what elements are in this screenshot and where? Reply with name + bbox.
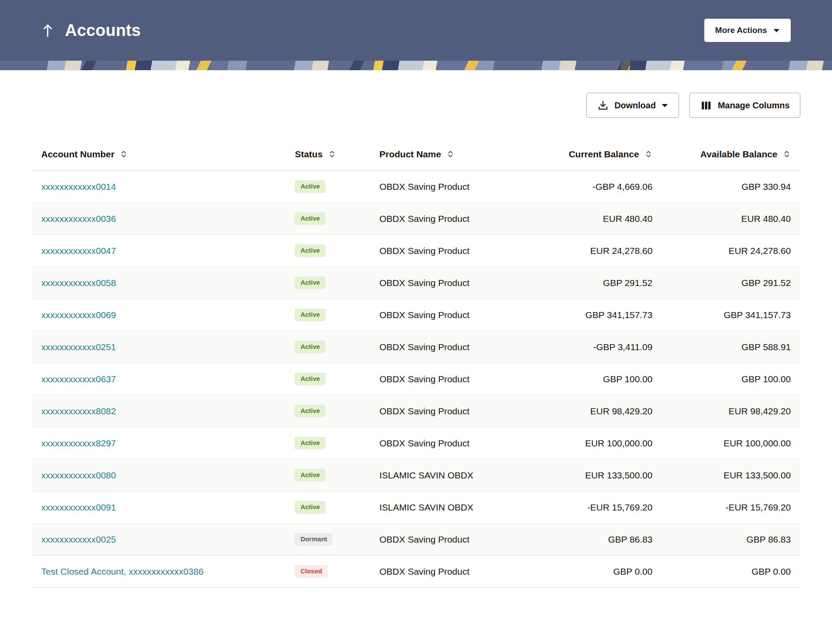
more-actions-button[interactable]: More Actions <box>704 19 791 42</box>
account-number-link[interactable]: xxxxxxxxxxxx0091 <box>41 502 116 512</box>
status-badge: Dormant <box>295 533 333 546</box>
account-number-link[interactable]: xxxxxxxxxxxx0080 <box>41 470 116 480</box>
status-cell: Active <box>285 276 370 289</box>
table-row: xxxxxxxxxxxx0036 Active OBDX Saving Prod… <box>32 203 800 235</box>
account-number-link[interactable]: xxxxxxxxxxxx0036 <box>41 214 116 224</box>
table-row: xxxxxxxxxxxx8082 Active OBDX Saving Prod… <box>32 395 800 427</box>
available-balance: GBP 341,157.73 <box>662 310 800 320</box>
product-name: ISLAMIC SAVIN OBDX <box>370 502 539 513</box>
status-cell: Active <box>285 212 370 225</box>
product-name: OBDX Saving Product <box>370 278 539 288</box>
content: Download Manage Columns Account Number <box>0 93 832 588</box>
product-name: ISLAMIC SAVIN OBDX <box>370 470 539 481</box>
current-balance: EUR 100,000.00 <box>539 438 662 449</box>
table-row: Test Closed Account, xxxxxxxxxxxx0386 Cl… <box>32 556 800 588</box>
table-header-row: Account Number Status <box>32 138 800 171</box>
status-cell: Active <box>285 244 370 257</box>
status-badge: Active <box>295 437 325 449</box>
available-balance: GBP 330.94 <box>662 182 800 192</box>
account-number-link[interactable]: Test Closed Account, xxxxxxxxxxxx0386 <box>41 566 204 576</box>
current-balance: GBP 0.00 <box>539 566 662 577</box>
app-header: Accounts More Actions <box>0 0 832 61</box>
table-row: xxxxxxxxxxxx0025 Dormant OBDX Saving Pro… <box>32 524 800 556</box>
status-cell: Active <box>285 469 370 481</box>
current-balance: GBP 100.00 <box>539 374 662 384</box>
table-row: xxxxxxxxxxxx0047 Active OBDX Saving Prod… <box>32 235 800 267</box>
status-badge: Active <box>295 501 325 514</box>
status-badge: Active <box>295 276 325 289</box>
status-cell: Active <box>285 180 370 193</box>
manage-columns-button[interactable]: Manage Columns <box>689 93 800 118</box>
table-row: xxxxxxxxxxxx0058 Active OBDX Saving Prod… <box>32 267 800 299</box>
sort-icon <box>446 150 455 158</box>
account-number-cell: xxxxxxxxxxxx0091 <box>32 502 285 513</box>
download-button[interactable]: Download <box>586 93 679 118</box>
column-header-product-name[interactable]: Product Name <box>370 149 539 159</box>
more-actions-label: More Actions <box>715 26 767 35</box>
account-number-link[interactable]: xxxxxxxxxxxx8082 <box>41 406 116 416</box>
status-badge: Active <box>295 212 325 225</box>
column-header-status[interactable]: Status <box>285 149 370 159</box>
column-label: Current Balance <box>569 149 639 159</box>
sort-status[interactable]: Status <box>295 149 336 159</box>
available-balance: -EUR 15,769.20 <box>662 502 800 513</box>
product-name: OBDX Saving Product <box>370 246 539 256</box>
sort-available-balance[interactable]: Available Balance <box>700 149 791 159</box>
account-number-link[interactable]: xxxxxxxxxxxx0069 <box>41 310 116 320</box>
table-row: xxxxxxxxxxxx8297 Active OBDX Saving Prod… <box>32 427 800 459</box>
sort-icon <box>120 150 128 158</box>
product-name: OBDX Saving Product <box>370 342 539 352</box>
columns-icon <box>700 100 712 111</box>
column-header-current-balance[interactable]: Current Balance <box>539 149 662 159</box>
download-icon <box>597 100 609 111</box>
sort-icon <box>783 150 791 158</box>
current-balance: EUR 98,429.20 <box>539 406 662 416</box>
account-number-link[interactable]: xxxxxxxxxxxx0025 <box>41 534 116 544</box>
sort-account-number[interactable]: Account Number <box>41 149 128 159</box>
product-name: OBDX Saving Product <box>370 438 539 449</box>
table-row: xxxxxxxxxxxx0080 Active ISLAMIC SAVIN OB… <box>32 459 800 491</box>
table-body: xxxxxxxxxxxx0014 Active OBDX Saving Prod… <box>32 171 800 588</box>
back-button[interactable] <box>38 20 57 41</box>
available-balance: GBP 0.00 <box>662 566 800 577</box>
available-balance: EUR 98,429.20 <box>662 406 800 416</box>
status-badge: Active <box>295 341 325 353</box>
sort-icon <box>328 150 336 158</box>
account-number-link[interactable]: xxxxxxxxxxxx0251 <box>41 342 116 352</box>
account-number-cell: xxxxxxxxxxxx0036 <box>32 214 285 224</box>
account-number-cell: xxxxxxxxxxxx8297 <box>32 438 285 449</box>
status-cell: Active <box>285 501 370 514</box>
available-balance: GBP 291.52 <box>662 278 800 288</box>
account-number-cell: Test Closed Account, xxxxxxxxxxxx0386 <box>32 566 285 577</box>
product-name: OBDX Saving Product <box>370 566 539 577</box>
status-badge: Active <box>295 309 325 321</box>
decorative-banner <box>0 61 832 70</box>
account-number-link[interactable]: xxxxxxxxxxxx0637 <box>41 374 116 384</box>
accounts-table: Account Number Status <box>32 138 800 588</box>
current-balance: -GBP 4,669.06 <box>539 182 662 192</box>
status-cell: Active <box>285 341 370 353</box>
table-row: xxxxxxxxxxxx0014 Active OBDX Saving Prod… <box>32 171 800 203</box>
account-number-link[interactable]: xxxxxxxxxxxx0014 <box>41 182 116 192</box>
table-row: xxxxxxxxxxxx0637 Active OBDX Saving Prod… <box>32 363 800 395</box>
available-balance: EUR 480.40 <box>662 214 800 224</box>
account-number-cell: xxxxxxxxxxxx0069 <box>32 310 285 320</box>
account-number-link[interactable]: xxxxxxxxxxxx0058 <box>41 278 116 288</box>
sort-current-balance[interactable]: Current Balance <box>569 149 652 159</box>
account-number-link[interactable]: xxxxxxxxxxxx8297 <box>41 438 116 448</box>
status-badge: Active <box>295 469 325 481</box>
table-row: xxxxxxxxxxxx0069 Active OBDX Saving Prod… <box>32 299 800 331</box>
manage-columns-label: Manage Columns <box>718 101 790 111</box>
account-number-cell: xxxxxxxxxxxx0637 <box>32 374 285 384</box>
current-balance: -GBP 3,411.09 <box>539 342 662 352</box>
status-cell: Dormant <box>285 533 370 546</box>
available-balance: EUR 24,278.60 <box>662 246 800 256</box>
column-header-account-number[interactable]: Account Number <box>32 149 285 159</box>
column-header-available-balance[interactable]: Available Balance <box>662 149 800 159</box>
sort-product-name[interactable]: Product Name <box>380 149 455 159</box>
account-number-cell: xxxxxxxxxxxx0047 <box>32 246 285 256</box>
current-balance: GBP 291.52 <box>539 278 662 288</box>
account-number-link[interactable]: xxxxxxxxxxxx0047 <box>41 246 116 256</box>
status-badge: Active <box>295 244 325 257</box>
current-balance: GBP 86.83 <box>539 534 662 545</box>
